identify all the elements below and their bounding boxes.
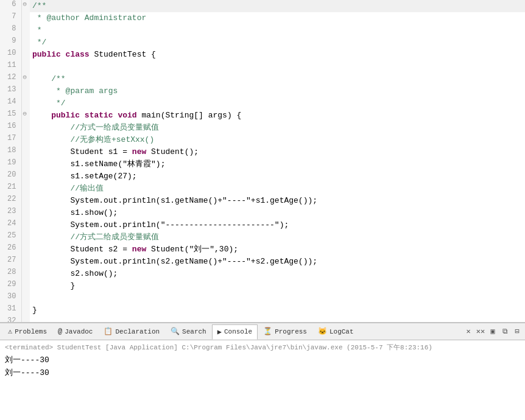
fold-indicator <box>21 85 30 97</box>
code-content: //无参构造+setXxx() <box>30 134 525 146</box>
minimize-console-button[interactable]: ✕✕ <box>475 326 486 337</box>
fold-indicator <box>21 304 30 317</box>
code-content: } <box>30 304 525 317</box>
code-content: s1.show(); <box>30 207 525 219</box>
tab-bar-actions: ✕✕✕▣⧉⊟ <box>463 326 523 337</box>
code-line-19: 19 s1.setName("林青霞"); <box>0 158 525 170</box>
bottom-panel: ⚠Problems@Javadoc📋Declaration🔍Search▶Con… <box>0 323 525 420</box>
fold-indicator[interactable]: ⊖ <box>21 0 30 12</box>
code-content: /** <box>30 0 525 12</box>
code-content: Student s2 = new Student("刘一",30); <box>30 243 525 256</box>
line-number: 20 <box>0 170 21 183</box>
code-content: s2.show(); <box>30 268 525 280</box>
code-line-32: 32 <box>0 317 525 323</box>
line-number: 12 <box>0 73 21 85</box>
fold-indicator <box>21 97 30 110</box>
code-line-15: 15⊖ public static void main(String[] arg… <box>0 110 525 122</box>
problems-tab-label: Problems <box>15 328 47 335</box>
code-content: s1.setAge(27); <box>30 170 525 183</box>
code-content: //方式一给成员变量赋值 <box>30 122 525 134</box>
line-number: 7 <box>0 12 21 24</box>
fold-indicator <box>21 122 30 134</box>
line-number: 24 <box>0 219 21 231</box>
line-number: 32 <box>0 317 21 323</box>
line-number: 19 <box>0 158 21 170</box>
line-number: 11 <box>0 61 21 73</box>
code-line-26: 26 Student s2 = new Student("刘一",30); <box>0 243 525 256</box>
code-content: System.out.println(s1.getName()+"----"+s… <box>30 195 525 207</box>
fold-indicator <box>21 231 30 243</box>
fold-indicator <box>21 24 30 37</box>
fold-indicator <box>21 268 30 280</box>
code-line-29: 29 } <box>0 280 525 292</box>
line-number: 25 <box>0 231 21 243</box>
line-number: 17 <box>0 134 21 146</box>
code-content: * @author Administrator <box>30 12 525 24</box>
fold-indicator <box>21 317 30 323</box>
code-line-27: 27 System.out.println(s2.getName()+"----… <box>0 256 525 268</box>
tab-search[interactable]: 🔍Search <box>165 324 212 339</box>
line-number: 14 <box>0 97 21 110</box>
close-console-button[interactable]: ✕ <box>463 326 474 337</box>
code-content <box>30 317 525 323</box>
fold-indicator <box>21 256 30 268</box>
javadoc-tab-icon: @ <box>58 327 62 336</box>
line-number: 23 <box>0 207 21 219</box>
code-content: public static void main(String[] args) { <box>30 110 525 122</box>
tab-declaration[interactable]: 📋Declaration <box>98 324 165 339</box>
javadoc-tab-label: Javadoc <box>65 328 93 335</box>
fold-indicator[interactable]: ⊖ <box>21 73 30 85</box>
fold-indicator[interactable]: ⊖ <box>21 110 30 122</box>
code-line-21: 21 //输出值 <box>0 183 525 195</box>
code-line-25: 25 //方式二给成员变量赋值 <box>0 231 525 243</box>
code-line-30: 30 <box>0 292 525 304</box>
tab-javadoc[interactable]: @Javadoc <box>52 324 98 339</box>
code-line-20: 20 s1.setAge(27); <box>0 170 525 183</box>
code-content: */ <box>30 97 525 110</box>
line-number: 8 <box>0 24 21 37</box>
line-number: 9 <box>0 37 21 49</box>
hide-console-button[interactable]: ⊟ <box>512 326 523 337</box>
logcat-tab-icon: 🐱 <box>318 327 327 336</box>
code-line-23: 23 s1.show(); <box>0 207 525 219</box>
declaration-tab-label: Declaration <box>115 328 160 335</box>
code-line-11: 11 <box>0 61 525 73</box>
fold-indicator <box>21 146 30 158</box>
code-line-28: 28 s2.show(); <box>0 268 525 280</box>
code-line-9: 9 */ <box>0 37 525 49</box>
pin-console-button[interactable]: ⧉ <box>499 326 510 337</box>
line-number: 29 <box>0 280 21 292</box>
fold-indicator <box>21 243 30 256</box>
fold-indicator <box>21 37 30 49</box>
line-number: 13 <box>0 85 21 97</box>
console-output-line: 刘一----30 <box>5 367 520 380</box>
maximize-console-button[interactable]: ▣ <box>487 326 498 337</box>
code-line-6: 6⊖/** <box>0 0 525 12</box>
tab-problems[interactable]: ⚠Problems <box>2 324 52 339</box>
line-number: 30 <box>0 292 21 304</box>
code-content: //输出值 <box>30 183 525 195</box>
search-tab-icon: 🔍 <box>171 327 180 336</box>
code-content: public class StudentTest { <box>30 49 525 61</box>
code-line-24: 24 System.out.println("-----------------… <box>0 219 525 231</box>
fold-indicator <box>21 219 30 231</box>
tab-logcat[interactable]: 🐱LogCat <box>312 324 359 339</box>
line-number: 31 <box>0 304 21 317</box>
code-content: //方式二给成员变量赋值 <box>30 231 525 243</box>
fold-indicator <box>21 134 30 146</box>
code-content: * @param args <box>30 85 525 97</box>
fold-indicator <box>21 280 30 292</box>
line-number: 6 <box>0 0 21 12</box>
line-number: 27 <box>0 256 21 268</box>
problems-tab-icon: ⚠ <box>8 327 12 336</box>
code-table: 6⊖/**7 * @author Administrator8 *9 */10p… <box>0 0 525 323</box>
console-tab-icon: ▶ <box>217 327 222 337</box>
code-content: * <box>30 24 525 37</box>
line-number: 16 <box>0 122 21 134</box>
tab-progress[interactable]: ⏳Progress <box>258 324 312 339</box>
fold-indicator <box>21 49 30 61</box>
code-editor[interactable]: 6⊖/**7 * @author Administrator8 *9 */10p… <box>0 0 525 323</box>
tab-console[interactable]: ▶Console <box>212 324 258 340</box>
line-number: 18 <box>0 146 21 158</box>
console-output: <terminated> StudentTest [Java Applicati… <box>0 340 525 420</box>
